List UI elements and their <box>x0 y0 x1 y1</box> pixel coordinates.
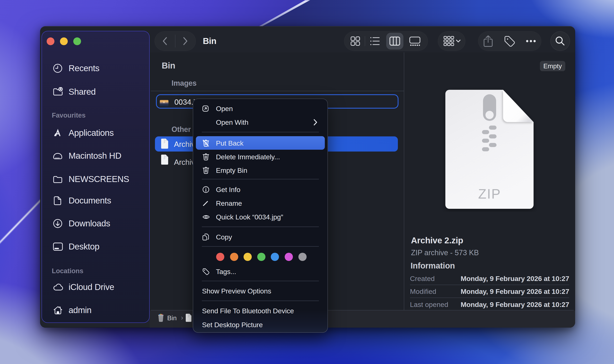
svg-text:ZIP: ZIP <box>478 186 501 201</box>
